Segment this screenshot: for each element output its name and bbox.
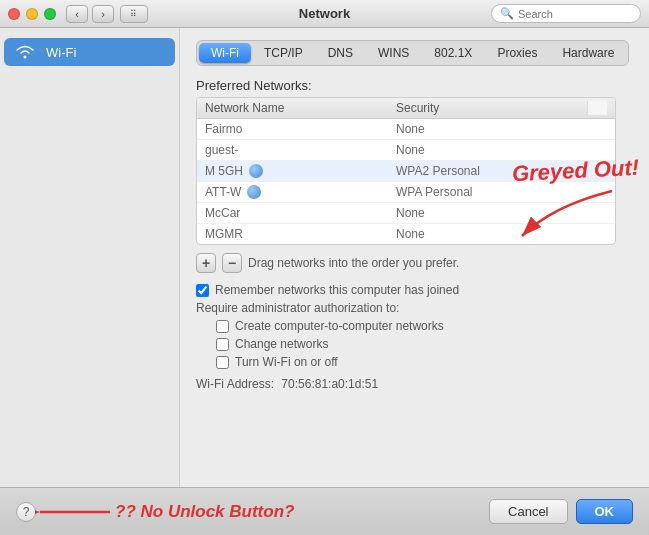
maximize-button[interactable] bbox=[44, 8, 56, 20]
change-networks-label: Change networks bbox=[235, 337, 328, 351]
remove-network-button[interactable]: − bbox=[222, 253, 242, 273]
wifi-address-label: Wi-Fi Address: bbox=[196, 377, 274, 391]
col-header-name: Network Name bbox=[205, 101, 396, 115]
network-name: Fairmo bbox=[205, 122, 396, 136]
wifi-address-row: Wi-Fi Address: 70:56:81:a0:1d:51 bbox=[196, 377, 633, 391]
scrollbar-header bbox=[587, 101, 607, 115]
no-unlock-arrow bbox=[35, 497, 115, 527]
ok-button[interactable]: OK bbox=[576, 499, 634, 524]
network-name: guest- bbox=[205, 143, 396, 157]
search-input[interactable] bbox=[518, 8, 632, 20]
traffic-lights bbox=[8, 8, 56, 20]
networks-section-label: Preferred Networks: bbox=[196, 78, 633, 93]
add-network-button[interactable]: + bbox=[196, 253, 216, 273]
grid-button[interactable]: ⠿ bbox=[120, 5, 148, 23]
bottom-buttons: Cancel OK bbox=[489, 499, 633, 524]
network-name: MGMR bbox=[205, 227, 396, 241]
sidebar-item-wifi[interactable]: Wi-Fi bbox=[4, 38, 175, 66]
sidebar: Wi-Fi bbox=[0, 28, 180, 487]
tab-hardware[interactable]: Hardware bbox=[550, 43, 626, 63]
no-unlock-annotation: ?? No Unlock Button? bbox=[35, 497, 294, 527]
network-security: None bbox=[396, 122, 587, 136]
table-row[interactable]: ATT-W WPA Personal bbox=[197, 182, 615, 203]
tab-wins[interactable]: WINS bbox=[366, 43, 421, 63]
search-icon: 🔍 bbox=[500, 7, 514, 20]
network-name: ATT-W bbox=[205, 185, 396, 199]
bottom-bar: ? ?? No Unlock Button? Cancel OK bbox=[0, 487, 649, 535]
search-box[interactable]: 🔍 bbox=[491, 4, 641, 23]
help-button[interactable]: ? bbox=[16, 502, 36, 522]
nav-buttons: ‹ › bbox=[66, 5, 114, 23]
minimize-button[interactable] bbox=[26, 8, 38, 20]
table-row[interactable]: MGMR None bbox=[197, 224, 615, 244]
table-body[interactable]: Fairmo None guest- None M 5GH bbox=[197, 119, 615, 244]
require-admin-label: Require administrator authorization to: bbox=[196, 301, 633, 315]
network-security: None bbox=[396, 206, 587, 220]
globe-icon bbox=[249, 164, 263, 178]
no-unlock-text: ?? No Unlock Button? bbox=[115, 502, 294, 522]
turn-wifi-checkbox[interactable] bbox=[216, 356, 229, 369]
tab-tcpip[interactable]: TCP/IP bbox=[252, 43, 315, 63]
window-title: Network bbox=[299, 6, 350, 21]
tab-8021x[interactable]: 802.1X bbox=[422, 43, 484, 63]
titlebar: ‹ › ⠿ Network 🔍 bbox=[0, 0, 649, 28]
table-row[interactable]: M 5GH WPA2 Personal bbox=[197, 161, 615, 182]
tabs-bar: Wi-Fi TCP/IP DNS WINS 802.1X Proxies Har… bbox=[196, 40, 629, 66]
table-row[interactable]: guest- None bbox=[197, 140, 615, 161]
svg-point-0 bbox=[24, 56, 27, 59]
networks-section: Preferred Networks: Network Name Securit… bbox=[196, 78, 633, 245]
wifi-address-value: 70:56:81:a0:1d:51 bbox=[281, 377, 378, 391]
main-area: Wi-Fi Wi-Fi TCP/IP DNS WINS 802.1X Proxi… bbox=[0, 28, 649, 487]
cancel-button[interactable]: Cancel bbox=[489, 499, 567, 524]
network-security: WPA Personal bbox=[396, 185, 587, 199]
turn-wifi-label: Turn Wi-Fi on or off bbox=[235, 355, 338, 369]
table-row[interactable]: McCar None bbox=[197, 203, 615, 224]
close-button[interactable] bbox=[8, 8, 20, 20]
back-button[interactable]: ‹ bbox=[66, 5, 88, 23]
drag-hint: Drag networks into the order you prefer. bbox=[248, 256, 459, 270]
col-header-security: Security bbox=[396, 101, 587, 115]
network-name: McCar bbox=[205, 206, 396, 220]
network-security: None bbox=[396, 227, 587, 241]
change-networks-row: Change networks bbox=[216, 337, 633, 351]
table-header: Network Name Security bbox=[197, 98, 615, 119]
wifi-icon bbox=[14, 44, 36, 60]
table-row[interactable]: Fairmo None bbox=[197, 119, 615, 140]
table-controls: + − Drag networks into the order you pre… bbox=[196, 253, 633, 273]
networks-table: Network Name Security Fairmo None guest-… bbox=[196, 97, 616, 245]
tab-wifi[interactable]: Wi-Fi bbox=[199, 43, 251, 63]
remember-networks-row: Remember networks this computer has join… bbox=[196, 283, 633, 297]
tab-proxies[interactable]: Proxies bbox=[485, 43, 549, 63]
content-area: Wi-Fi TCP/IP DNS WINS 802.1X Proxies Har… bbox=[180, 28, 649, 487]
globe-icon bbox=[247, 185, 261, 199]
create-networks-label: Create computer-to-computer networks bbox=[235, 319, 444, 333]
remember-networks-checkbox[interactable] bbox=[196, 284, 209, 297]
forward-button[interactable]: › bbox=[92, 5, 114, 23]
sidebar-item-label-wifi: Wi-Fi bbox=[46, 45, 76, 60]
tab-dns[interactable]: DNS bbox=[316, 43, 365, 63]
change-networks-checkbox[interactable] bbox=[216, 338, 229, 351]
turn-wifi-row: Turn Wi-Fi on or off bbox=[216, 355, 633, 369]
create-networks-row: Create computer-to-computer networks bbox=[216, 319, 633, 333]
create-networks-checkbox[interactable] bbox=[216, 320, 229, 333]
remember-networks-label: Remember networks this computer has join… bbox=[215, 283, 459, 297]
network-security: None bbox=[396, 143, 587, 157]
network-name: M 5GH bbox=[205, 164, 396, 178]
network-security: WPA2 Personal bbox=[396, 164, 587, 178]
